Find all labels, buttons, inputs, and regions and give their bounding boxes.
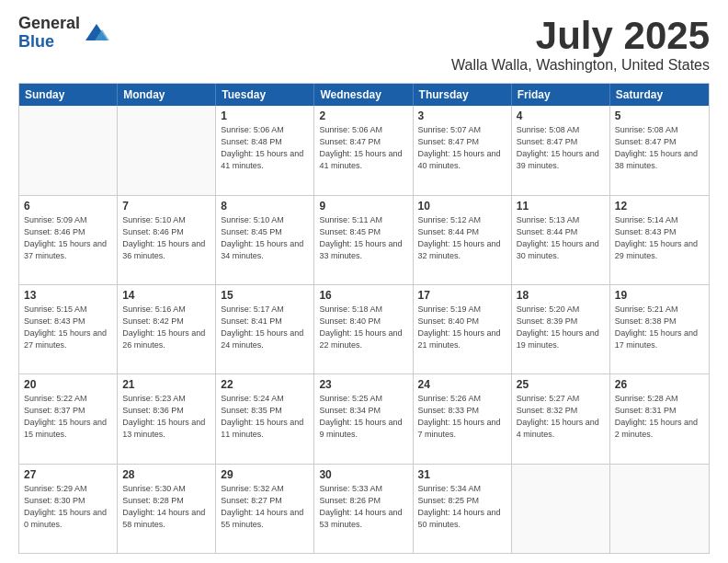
calendar-cell: 27Sunrise: 5:29 AMSunset: 8:30 PMDayligh… bbox=[19, 465, 118, 553]
day-number: 20 bbox=[24, 378, 112, 391]
calendar-cell: 9Sunrise: 5:11 AMSunset: 8:45 PMDaylight… bbox=[314, 196, 413, 284]
calendar-cell: 19Sunrise: 5:21 AMSunset: 8:38 PMDayligh… bbox=[610, 285, 709, 373]
calendar-cell: 11Sunrise: 5:13 AMSunset: 8:44 PMDayligh… bbox=[512, 196, 610, 284]
day-info: Sunrise: 5:19 AMSunset: 8:40 PMDaylight:… bbox=[418, 304, 506, 351]
calendar-cell: 25Sunrise: 5:27 AMSunset: 8:32 PMDayligh… bbox=[512, 374, 610, 463]
calendar-cell: 22Sunrise: 5:24 AMSunset: 8:35 PMDayligh… bbox=[216, 374, 314, 463]
day-info: Sunrise: 5:25 AMSunset: 8:34 PMDaylight:… bbox=[319, 393, 407, 441]
calendar-cell: 16Sunrise: 5:18 AMSunset: 8:40 PMDayligh… bbox=[314, 285, 413, 373]
day-info: Sunrise: 5:33 AMSunset: 8:26 PMDaylight:… bbox=[319, 483, 407, 531]
day-number: 27 bbox=[24, 468, 112, 481]
weekday-header: Thursday bbox=[414, 84, 512, 106]
day-number: 16 bbox=[319, 289, 407, 302]
day-number: 13 bbox=[24, 289, 112, 302]
logo: General Blue bbox=[18, 15, 109, 52]
page-header: General Blue July 2025 Walla Walla, Wash… bbox=[18, 15, 710, 74]
calendar-cell: 3Sunrise: 5:07 AMSunset: 8:47 PMDaylight… bbox=[414, 106, 512, 194]
weekday-header: Friday bbox=[512, 84, 610, 106]
day-info: Sunrise: 5:26 AMSunset: 8:33 PMDaylight:… bbox=[418, 393, 506, 441]
day-info: Sunrise: 5:10 AMSunset: 8:46 PMDaylight:… bbox=[122, 214, 210, 262]
day-number: 2 bbox=[319, 109, 407, 122]
location-title: Walla Walla, Washington, United States bbox=[451, 57, 710, 74]
calendar-cell: 15Sunrise: 5:17 AMSunset: 8:41 PMDayligh… bbox=[216, 285, 314, 373]
calendar-cell: 6Sunrise: 5:09 AMSunset: 8:46 PMDaylight… bbox=[19, 196, 118, 284]
calendar-cell: 31Sunrise: 5:34 AMSunset: 8:25 PMDayligh… bbox=[414, 465, 512, 553]
day-info: Sunrise: 5:13 AMSunset: 8:44 PMDaylight:… bbox=[517, 214, 605, 262]
logo-blue: Blue bbox=[18, 33, 80, 52]
calendar-cell: 28Sunrise: 5:30 AMSunset: 8:28 PMDayligh… bbox=[118, 465, 216, 553]
day-info: Sunrise: 5:06 AMSunset: 8:47 PMDaylight:… bbox=[319, 124, 407, 172]
day-info: Sunrise: 5:29 AMSunset: 8:30 PMDaylight:… bbox=[24, 483, 112, 531]
day-info: Sunrise: 5:34 AMSunset: 8:25 PMDaylight:… bbox=[418, 483, 506, 531]
day-number: 7 bbox=[122, 200, 210, 213]
weekday-header: Monday bbox=[118, 84, 216, 106]
day-number: 9 bbox=[319, 200, 407, 213]
day-info: Sunrise: 5:24 AMSunset: 8:35 PMDaylight:… bbox=[221, 393, 309, 441]
calendar-cell bbox=[610, 465, 709, 553]
day-number: 23 bbox=[319, 378, 407, 391]
calendar-cell: 2Sunrise: 5:06 AMSunset: 8:47 PMDaylight… bbox=[314, 106, 413, 194]
calendar-cell: 26Sunrise: 5:28 AMSunset: 8:31 PMDayligh… bbox=[610, 374, 709, 463]
weekday-header: Wednesday bbox=[314, 84, 413, 106]
day-number: 28 bbox=[122, 468, 210, 481]
day-info: Sunrise: 5:28 AMSunset: 8:31 PMDaylight:… bbox=[615, 393, 704, 441]
day-info: Sunrise: 5:10 AMSunset: 8:45 PMDaylight:… bbox=[221, 214, 309, 262]
calendar-cell: 29Sunrise: 5:32 AMSunset: 8:27 PMDayligh… bbox=[216, 465, 314, 553]
logo-general: General bbox=[18, 15, 80, 33]
calendar-cell: 21Sunrise: 5:23 AMSunset: 8:36 PMDayligh… bbox=[118, 374, 216, 463]
calendar-cell: 4Sunrise: 5:08 AMSunset: 8:47 PMDaylight… bbox=[512, 106, 610, 194]
day-number: 19 bbox=[615, 289, 704, 302]
day-number: 29 bbox=[221, 468, 309, 481]
calendar-row: 6Sunrise: 5:09 AMSunset: 8:46 PMDaylight… bbox=[19, 195, 709, 284]
day-number: 31 bbox=[418, 468, 506, 481]
weekday-header: Tuesday bbox=[216, 84, 314, 106]
calendar-header: SundayMondayTuesdayWednesdayThursdayFrid… bbox=[19, 84, 709, 106]
day-number: 15 bbox=[221, 289, 309, 302]
calendar-cell: 20Sunrise: 5:22 AMSunset: 8:37 PMDayligh… bbox=[19, 374, 118, 463]
calendar-body: 1Sunrise: 5:06 AMSunset: 8:48 PMDaylight… bbox=[19, 106, 709, 553]
day-number: 30 bbox=[319, 468, 407, 481]
day-info: Sunrise: 5:30 AMSunset: 8:28 PMDaylight:… bbox=[122, 483, 210, 531]
calendar-cell: 14Sunrise: 5:16 AMSunset: 8:42 PMDayligh… bbox=[118, 285, 216, 373]
calendar-row: 13Sunrise: 5:15 AMSunset: 8:43 PMDayligh… bbox=[19, 284, 709, 373]
day-info: Sunrise: 5:17 AMSunset: 8:41 PMDaylight:… bbox=[221, 304, 309, 351]
day-number: 4 bbox=[517, 109, 605, 122]
calendar-row: 27Sunrise: 5:29 AMSunset: 8:30 PMDayligh… bbox=[19, 464, 709, 553]
day-info: Sunrise: 5:14 AMSunset: 8:43 PMDaylight:… bbox=[615, 214, 704, 262]
logo-icon bbox=[84, 20, 109, 46]
day-info: Sunrise: 5:32 AMSunset: 8:27 PMDaylight:… bbox=[221, 483, 309, 531]
calendar: SundayMondayTuesdayWednesdayThursdayFrid… bbox=[18, 83, 710, 554]
day-info: Sunrise: 5:22 AMSunset: 8:37 PMDaylight:… bbox=[24, 393, 112, 441]
day-info: Sunrise: 5:08 AMSunset: 8:47 PMDaylight:… bbox=[615, 124, 704, 172]
weekday-header: Saturday bbox=[610, 84, 709, 106]
day-info: Sunrise: 5:06 AMSunset: 8:48 PMDaylight:… bbox=[221, 124, 309, 172]
calendar-cell: 7Sunrise: 5:10 AMSunset: 8:46 PMDaylight… bbox=[118, 196, 216, 284]
calendar-cell: 13Sunrise: 5:15 AMSunset: 8:43 PMDayligh… bbox=[19, 285, 118, 373]
day-number: 3 bbox=[418, 109, 506, 122]
day-info: Sunrise: 5:08 AMSunset: 8:47 PMDaylight:… bbox=[517, 124, 605, 172]
day-info: Sunrise: 5:18 AMSunset: 8:40 PMDaylight:… bbox=[319, 304, 407, 351]
day-number: 22 bbox=[221, 378, 309, 391]
calendar-cell: 23Sunrise: 5:25 AMSunset: 8:34 PMDayligh… bbox=[314, 374, 413, 463]
calendar-cell: 18Sunrise: 5:20 AMSunset: 8:39 PMDayligh… bbox=[512, 285, 610, 373]
calendar-cell: 24Sunrise: 5:26 AMSunset: 8:33 PMDayligh… bbox=[414, 374, 512, 463]
day-info: Sunrise: 5:20 AMSunset: 8:39 PMDaylight:… bbox=[517, 304, 605, 351]
day-number: 17 bbox=[418, 289, 506, 302]
day-number: 8 bbox=[221, 200, 309, 213]
day-info: Sunrise: 5:07 AMSunset: 8:47 PMDaylight:… bbox=[418, 124, 506, 172]
day-number: 10 bbox=[418, 200, 506, 213]
calendar-cell: 8Sunrise: 5:10 AMSunset: 8:45 PMDaylight… bbox=[216, 196, 314, 284]
calendar-cell: 5Sunrise: 5:08 AMSunset: 8:47 PMDaylight… bbox=[610, 106, 709, 194]
day-info: Sunrise: 5:21 AMSunset: 8:38 PMDaylight:… bbox=[615, 304, 704, 351]
day-number: 26 bbox=[615, 378, 704, 391]
day-number: 6 bbox=[24, 200, 112, 213]
month-title: July 2025 bbox=[451, 15, 710, 57]
calendar-row: 1Sunrise: 5:06 AMSunset: 8:48 PMDaylight… bbox=[19, 106, 709, 194]
day-info: Sunrise: 5:16 AMSunset: 8:42 PMDaylight:… bbox=[122, 304, 210, 351]
day-info: Sunrise: 5:27 AMSunset: 8:32 PMDaylight:… bbox=[517, 393, 605, 441]
day-number: 18 bbox=[517, 289, 605, 302]
title-block: July 2025 Walla Walla, Washington, Unite… bbox=[451, 15, 710, 74]
calendar-cell: 1Sunrise: 5:06 AMSunset: 8:48 PMDaylight… bbox=[216, 106, 314, 194]
calendar-cell bbox=[19, 106, 118, 194]
weekday-header: Sunday bbox=[19, 84, 118, 106]
